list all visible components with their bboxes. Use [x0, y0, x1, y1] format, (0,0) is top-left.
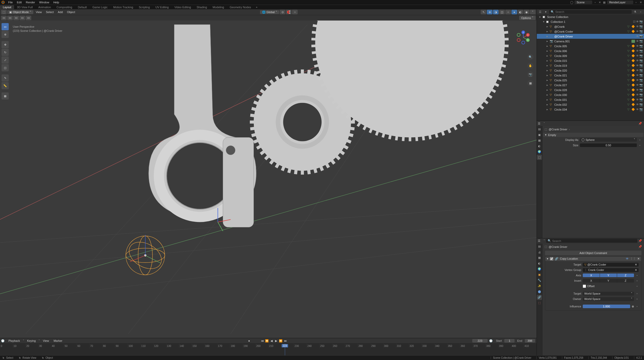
current-frame-field[interactable]: 223 — [472, 339, 488, 343]
tool-move[interactable]: ✥ — [2, 41, 9, 48]
render-icon[interactable]: 📷 — [639, 74, 643, 77]
render-icon[interactable]: 📷 — [639, 79, 643, 82]
render-icon[interactable]: 📷 — [639, 88, 643, 92]
outliner-row[interactable]: ▸ ▽ Circle.025 ▽🔶 👁📷 — [537, 78, 644, 83]
workspace-tab[interactable]: Animation — [36, 5, 54, 9]
workspace-tab-layout[interactable]: Layout — [0, 5, 14, 9]
play-icon[interactable]: ▶ — [274, 339, 278, 343]
offset-checkbox[interactable] — [583, 285, 586, 288]
auto-keying-icon[interactable]: ● — [248, 339, 253, 342]
properties-editor-type-icon[interactable]: ☰ — [538, 122, 542, 125]
pin-icon[interactable]: 📌 — [638, 122, 643, 125]
start-frame-field[interactable]: 1 — [504, 339, 515, 343]
timeline-menu-marker[interactable]: Marker — [52, 339, 64, 342]
constraint-name[interactable]: Copy Location — [560, 257, 624, 260]
outliner-tree[interactable]: ▸ ▣ Scene Collection ▾ ▣ Collection 1 ☑👁… — [537, 14, 644, 121]
new-collection-icon[interactable]: ▫ — [638, 10, 643, 14]
tab-viewlayer-icon[interactable]: ▦ — [537, 138, 542, 143]
size-field[interactable]: 0.50 — [580, 143, 637, 147]
tab-world-icon[interactable]: 🌍 — [537, 267, 542, 272]
render-icon[interactable]: 📷 — [639, 40, 643, 43]
pin-icon[interactable]: 📌 — [638, 239, 643, 242]
outliner-row[interactable]: ▸ ▽ Circle.027 ▽🔶 👁📷 — [537, 83, 644, 87]
expand-icon[interactable]: ▾ — [543, 20, 546, 23]
perspective-toggle-icon[interactable]: ▦ — [527, 80, 534, 86]
eye-icon[interactable]: 👁 — [636, 64, 639, 67]
invert-x-toggle[interactable]: X — [583, 279, 600, 283]
outliner-display-mode-icon[interactable]: ▾ — [544, 10, 548, 14]
outliner-row[interactable]: ▸ ▽ Circle.015 ▽🔶 👁📷 — [537, 58, 644, 63]
outliner-row[interactable]: ▸ ▽ @Crank ▽🔶 👁📷 — [537, 24, 644, 29]
eye-icon[interactable]: 👁 — [636, 25, 639, 28]
invert-z-toggle[interactable]: Z — [617, 279, 634, 283]
workspace-tab[interactable]: Video Editing — [172, 5, 194, 9]
eye-icon[interactable]: 👁 — [636, 88, 639, 92]
expand-icon[interactable]: ▸ — [547, 98, 549, 101]
tool-select-box[interactable]: ▭ — [2, 23, 9, 30]
expand-icon[interactable]: ▸ — [547, 93, 549, 96]
select-mode-invert-icon[interactable]: ▭ — [19, 16, 25, 20]
shading-rendered-icon[interactable]: ◉ — [524, 10, 529, 14]
workspace-tab[interactable]: Game Logic — [90, 5, 110, 9]
select-mode-set-icon[interactable]: ▭ — [1, 16, 7, 20]
tab-render-icon[interactable]: ▤ — [537, 127, 542, 132]
animate-prop-icon[interactable]: • — [636, 305, 639, 308]
target-field[interactable]: ▽ @Crank Coder ✕ — [583, 263, 639, 267]
viewport-3d[interactable]: User Perspective (223) Scene Collection … — [0, 21, 537, 338]
pivot-icon[interactable]: ⊙ — [280, 10, 285, 14]
outliner-editor-type-icon[interactable]: ☰ — [538, 10, 542, 14]
target-space-field[interactable]: World Space ˅ — [583, 292, 634, 296]
outliner-row[interactable]: ▸ ▽ Circle.006 ▽🔶 👁📷 — [537, 48, 644, 53]
render-icon[interactable]: 📷 — [639, 49, 643, 53]
eye-icon[interactable]: 👁 — [636, 40, 639, 43]
select-mode-subtract-icon[interactable]: ▭ — [13, 16, 19, 20]
end-frame-field[interactable]: 398 — [525, 339, 535, 343]
outliner-row[interactable]: ▸ ▽ Circle.005 ▽🔶 👁📷 — [537, 44, 644, 48]
outliner-row[interactable]: ▸ ▽ Circle.032 ▽🔶 👁📷 — [537, 102, 644, 107]
properties-editor-type-icon[interactable]: ☰ — [538, 239, 542, 242]
proportional-icon[interactable]: ○ — [292, 10, 298, 14]
outliner-row[interactable]: ▸ ▣ Scene Collection — [537, 14, 644, 19]
tab-output-icon[interactable]: 🖨 — [537, 250, 542, 255]
tool-annotate[interactable]: ✎ — [2, 74, 9, 82]
panel-empty-header[interactable]: ▾ Empty — [543, 133, 643, 137]
jump-end-icon[interactable]: ⏭ — [283, 339, 288, 343]
expand-icon[interactable]: ▸ — [547, 30, 549, 33]
eye-icon[interactable]: 👁 — [636, 69, 639, 72]
workspace-tab[interactable]: Scripting — [136, 5, 153, 9]
tab-output-icon[interactable]: ▣ — [537, 132, 542, 137]
expand-icon[interactable]: ▸ — [539, 15, 542, 18]
outliner-row[interactable]: ▸ 📷 Camera.001 👁📷 — [537, 39, 644, 44]
timeline-menu-playback[interactable]: Playback — [7, 339, 22, 342]
render-icon[interactable]: 📷 — [639, 59, 643, 62]
influence-slider[interactable]: 1.000 — [583, 305, 630, 308]
tab-particles-icon[interactable]: ✨ — [537, 284, 542, 289]
tab-data-icon[interactable]: ⬚ — [537, 300, 542, 306]
tab-scene-icon[interactable]: ◐ — [537, 143, 542, 149]
outliner-row[interactable]: ▸ ▽ Circle.030 ▽🔶 👁📷 — [537, 92, 644, 97]
tool-cursor[interactable]: ⊕ — [2, 31, 9, 38]
menu-render[interactable]: Render — [24, 1, 37, 4]
eye-icon[interactable]: 👁 — [636, 83, 639, 87]
eye-icon[interactable]: 👁 — [636, 74, 639, 77]
add-constraint-button[interactable]: Add Object Constraint — [545, 251, 641, 255]
expand-icon[interactable]: ▸ — [547, 69, 549, 72]
outliner-search[interactable]: 🔍 — [549, 10, 632, 14]
close-icon[interactable]: ✕ — [635, 268, 637, 272]
expand-icon[interactable]: ▸ — [547, 35, 549, 38]
render-icon[interactable]: 📷 — [639, 69, 643, 72]
expand-icon[interactable]: ▸ — [547, 54, 549, 57]
workspace-tab[interactable]: Default — [75, 5, 90, 9]
eye-icon[interactable]: 👁 — [636, 103, 639, 106]
render-icon[interactable]: 📷 — [639, 83, 643, 87]
close-icon[interactable]: ✕ — [637, 257, 640, 260]
outliner-row[interactable]: ▸ ▽ Circle.009 ▽🔶 👁📷 — [537, 53, 644, 58]
workspace-tab[interactable]: UV Editing — [153, 5, 172, 9]
workspace-tab[interactable]: Modeling — [210, 5, 227, 9]
editor-type-icon[interactable]: ⬚ — [1, 10, 7, 14]
render-icon[interactable]: 📷 — [639, 93, 643, 96]
eye-icon[interactable]: 👁 — [626, 257, 629, 260]
mode-selector[interactable]: ▣ Object Mode ˅ — [7, 10, 33, 14]
properties-search-input[interactable] — [552, 239, 636, 242]
breadcrumb-object-lower[interactable]: @Crank Driver — [549, 245, 567, 248]
